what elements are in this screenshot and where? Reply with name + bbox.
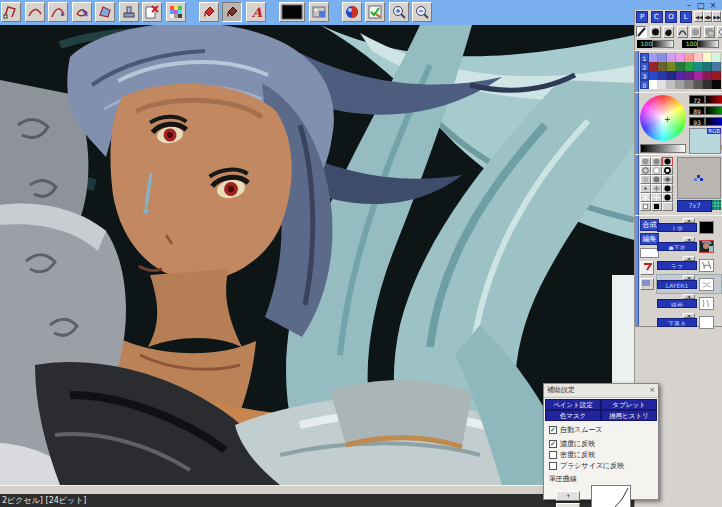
path-pen-tool-icon[interactable] (72, 2, 92, 22)
palette-swatch[interactable] (676, 62, 685, 71)
rgb-mode-label[interactable]: RGB (707, 128, 721, 134)
layer-name[interactable]: ラフ (657, 261, 697, 270)
tab-paint-settings[interactable]: ペイント設定 (545, 399, 601, 410)
brush-density-slider[interactable] (697, 40, 719, 48)
layer-row[interactable]: ◂▸上塗 (657, 218, 721, 236)
palette-row-label[interactable]: 0 (640, 80, 649, 89)
bezier-curve-tool-icon[interactable] (48, 2, 68, 22)
color-wheel-drag-handle[interactable] (635, 93, 639, 155)
layer-name[interactable]: 下書き (657, 318, 697, 327)
palette-drag-handle[interactable] (635, 51, 639, 93)
tab-c[interactable]: C (651, 11, 663, 23)
layer-name[interactable]: ●下塗 (657, 242, 697, 251)
palette-swatch[interactable] (703, 62, 712, 71)
palette-swatch[interactable] (649, 71, 658, 80)
red-slider[interactable] (705, 95, 722, 104)
palette-swatch[interactable] (649, 62, 658, 71)
tip-soft-gray-circle[interactable] (640, 157, 651, 166)
curve-plus-button[interactable]: ＋ (556, 491, 580, 501)
palette-swatch[interactable] (667, 53, 676, 62)
palette-row-label[interactable]: 2 (640, 62, 649, 71)
brush-size-slider[interactable] (652, 40, 674, 48)
blob-brush-icon[interactable] (663, 26, 674, 38)
palette-swatch[interactable] (676, 80, 685, 89)
layer-thumbnail-selected[interactable] (699, 240, 714, 253)
tip-solid-black-circle[interactable] (662, 193, 673, 202)
palette-swatch[interactable] (712, 53, 721, 62)
tab-l[interactable]: L (680, 11, 692, 23)
tip-dotted-circle[interactable] (640, 184, 651, 193)
rainbow-palette-tool-icon[interactable] (166, 2, 186, 22)
dialog-close-icon[interactable]: × (649, 384, 655, 397)
layer-row[interactable]: ◂▸●下塗 (657, 237, 721, 255)
palette-swatch[interactable] (694, 53, 703, 62)
palette-swatch[interactable] (694, 71, 703, 80)
dialog-titlebar[interactable]: 補助設定 × (544, 384, 658, 398)
palette-swatch[interactable] (676, 71, 685, 80)
brush-size-field[interactable]: 7x7 (677, 200, 712, 212)
palette-swatch[interactable] (712, 71, 721, 80)
eraser-diamond-icon[interactable] (717, 26, 722, 38)
layer-name[interactable]: 線画 (657, 299, 697, 308)
stamp-tool-icon[interactable] (119, 2, 139, 22)
curve-tool-icon[interactable] (25, 2, 45, 22)
tip-gray-circle[interactable] (651, 175, 662, 184)
palette-row-label[interactable]: 1 (640, 53, 649, 62)
tip-solid-black-circle[interactable] (662, 184, 673, 193)
paste-cancel-tool-icon[interactable] (142, 2, 162, 22)
palette-swatch[interactable] (658, 71, 667, 80)
nav-prev-button[interactable]: ◀▶ (703, 11, 712, 22)
layer-thumbnail[interactable] (699, 278, 714, 291)
checkbox-brushsize-reflect[interactable]: ブラシサイズに反映 (549, 461, 658, 472)
tip-empty[interactable] (662, 202, 673, 211)
palette-swatch[interactable] (676, 53, 685, 62)
palette-swatch[interactable] (712, 62, 721, 71)
palette-swatch[interactable] (694, 80, 703, 89)
green-slider[interactable] (705, 106, 722, 115)
checkbox-auto-smooth[interactable]: ✓自動スムーズ (549, 425, 658, 436)
checkbox-icon[interactable]: ✓ (549, 440, 557, 448)
color-wheel[interactable]: + (640, 95, 686, 141)
palette-swatch[interactable] (703, 53, 712, 62)
brush-tip-drag-handle[interactable] (635, 155, 639, 216)
tip-small-square[interactable] (640, 202, 651, 211)
palette-swatch[interactable] (667, 80, 676, 89)
palette-swatch[interactable] (658, 62, 667, 71)
tip-flake[interactable] (651, 193, 662, 202)
nav-first-button[interactable]: ◀◀ (694, 11, 703, 22)
palette-swatch[interactable] (667, 71, 676, 80)
tip-soft-gray-circle[interactable] (651, 157, 662, 166)
palette-swatch[interactable] (649, 80, 658, 89)
tab-color-mask[interactable]: 色マスク (545, 410, 601, 421)
zoom-out-tool-icon[interactable] (412, 2, 432, 22)
restore-button[interactable]: □ (695, 1, 707, 10)
tip-star-texture[interactable] (651, 184, 662, 193)
fill-bucket-tool-icon[interactable] (199, 2, 219, 22)
layer-name[interactable]: LAYER1 (657, 280, 697, 289)
close-button[interactable]: × (707, 1, 719, 10)
layer-thumbnail[interactable] (699, 316, 714, 329)
checkbox-icon[interactable]: ✓ (549, 426, 557, 434)
checkbox-icon[interactable] (549, 462, 557, 470)
canvas-select-tool-icon[interactable] (309, 2, 329, 22)
layer-row[interactable]: ◂▸線画 (657, 294, 721, 312)
layer-thumbnail[interactable] (699, 259, 714, 272)
palette-swatch[interactable] (667, 62, 676, 71)
palette-swatch[interactable] (694, 62, 703, 71)
palette-swatch[interactable] (658, 53, 667, 62)
layer-name[interactable]: 上塗 (657, 223, 697, 232)
palette-swatch[interactable] (685, 80, 694, 89)
tip-soft-circle[interactable] (640, 175, 651, 184)
drawing-canvas[interactable] (0, 25, 634, 485)
tab-o[interactable]: O (665, 11, 677, 23)
tip-solid-black-circle-selected[interactable] (662, 157, 673, 166)
filled-polygon-tool-icon[interactable] (95, 2, 115, 22)
arc-tool-icon[interactable] (677, 26, 688, 38)
color-sphere-tool-icon[interactable] (342, 2, 362, 22)
tip-white-circle[interactable] (651, 166, 662, 175)
layer-row[interactable]: ◂▸ラフ (657, 256, 721, 274)
current-color-swatch[interactable] (279, 2, 305, 22)
dot-brush-icon[interactable] (650, 26, 661, 38)
tip-black-square[interactable] (651, 202, 662, 211)
palette-swatch[interactable] (658, 80, 667, 89)
